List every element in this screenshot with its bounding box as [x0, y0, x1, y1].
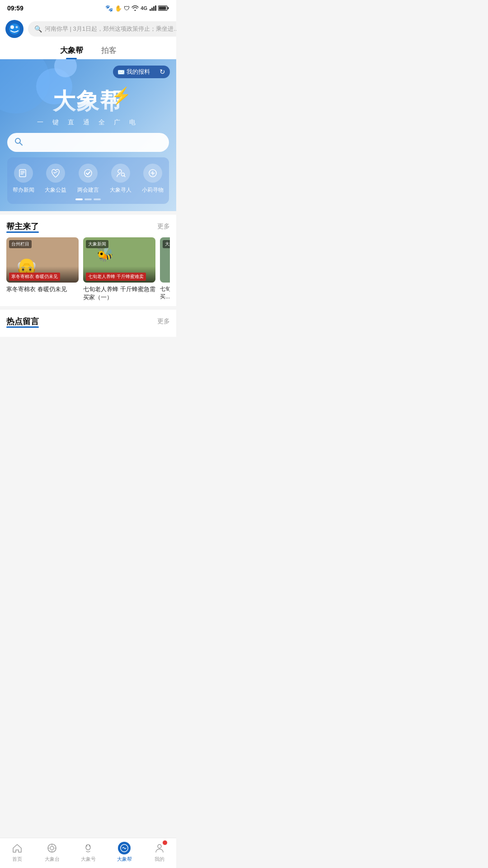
dots-indicator	[7, 198, 169, 202]
service-item-xiaoli[interactable]: 小莉寻物	[136, 164, 169, 194]
redian-section: 热点留言 更多	[0, 310, 176, 337]
dot-3	[94, 198, 101, 200]
card-caption-2: 七旬老人养蜂 千斤蜂蜜急需买家（一）	[83, 285, 155, 302]
card-watermark-3: 大象新闻	[163, 240, 170, 248]
service-item-bangban[interactable]: 帮办新闻	[7, 164, 40, 194]
xiaoli-label: 小莉寻物	[142, 186, 164, 194]
bangban-label: 帮办新闻	[13, 186, 34, 194]
card-image-3: 大象新闻	[160, 237, 170, 283]
status-time: 09:59	[7, 5, 23, 12]
card-watermark-2: 大象新闻	[86, 240, 108, 248]
hero-banner: ✉️ 我的报料 ↻ 大象帮 ⚡ 一 键 直 通 全 广 电	[0, 59, 176, 211]
svg-rect-0	[150, 9, 151, 11]
hand-icon: ✋	[115, 5, 122, 12]
svg-point-16	[84, 170, 92, 177]
card-badge-1: 寒冬寄棉衣 春暖仍未见	[6, 266, 79, 283]
bangzhu-more[interactable]: 更多	[157, 222, 170, 231]
bangban-icon	[14, 164, 33, 183]
paw-icon: 🐾	[105, 5, 113, 12]
card-watermark-1: 台州栏目	[9, 240, 32, 248]
service-item-xunren[interactable]: 大象寻人	[104, 164, 137, 194]
status-icons: 🐾 ✋ 🛡 4G	[105, 5, 169, 12]
bangzhu-section-header: 帮主来了 更多	[6, 221, 170, 232]
service-item-gongyi[interactable]: 大象公益	[40, 164, 72, 194]
hero-content: 大象帮 ⚡ 一 键 直 通 全 广 电	[7, 75, 169, 204]
gongyi-icon	[46, 164, 65, 183]
svg-line-19	[124, 176, 125, 177]
service-row: 帮办新闻 大象公益	[7, 164, 169, 194]
xiaoli-icon	[143, 164, 162, 183]
svg-line-11	[20, 143, 22, 145]
card-image-2: 大象新闻 七旬老人养蜂 千斤蜂蜜难卖	[83, 237, 155, 283]
search-bar[interactable]: 🔍 河南你早 | 3月1日起，郑州这项政策停止；乘坐进...	[28, 21, 176, 37]
svg-point-17	[118, 170, 122, 173]
refresh-icon: ↻	[160, 68, 165, 76]
xunren-icon	[111, 164, 130, 183]
svg-rect-2	[153, 6, 155, 11]
svg-point-9	[16, 26, 18, 28]
redian-section-header: 热点留言 更多	[6, 316, 170, 327]
card-caption-3: 七旬老急需买...	[160, 285, 170, 301]
hero-subtitle: 一 键 直 通 全 广 电	[21, 118, 155, 127]
signal-bars-icon	[149, 5, 156, 11]
bangzhu-card-list: 台州栏目 寒冬寄棉衣 春暖仍未见 寒冬寄棉衣 春暖仍未见 大象新闻 七旬老人养蜂…	[6, 237, 170, 302]
lianghui-label: 两会建言	[77, 186, 99, 194]
card-badge-text-1: 寒冬寄棉衣 春暖仍未见	[9, 273, 60, 281]
bangzhu-section: 帮主来了 更多 台州栏目 寒冬寄棉衣 春暖仍未见 寒冬寄棉衣 春暖仍未见 大象新…	[0, 215, 176, 306]
redian-title: 热点留言	[6, 316, 39, 327]
dot-2	[84, 198, 92, 200]
signal-4g-icon: 4G	[141, 5, 147, 11]
search-icon: 🔍	[34, 25, 42, 33]
svg-point-7	[9, 24, 20, 34]
card-badge-2: 七旬老人养蜂 千斤蜂蜜难卖	[83, 266, 155, 283]
header: 🔍 河南你早 | 3月1日起，郑州这项政策停止；乘坐进...	[0, 16, 176, 42]
svg-rect-6	[159, 7, 166, 10]
table-row[interactable]: 台州栏目 寒冬寄棉衣 春暖仍未见 寒冬寄棉衣 春暖仍未见	[6, 237, 79, 302]
hero-search-bar[interactable]	[7, 133, 169, 152]
table-row[interactable]: 大象新闻 七旬老人养蜂 千斤蜂蜜难卖 七旬老人养蜂 千斤蜂蜜急需买家（一）	[83, 237, 155, 302]
service-grid: 帮办新闻 大象公益	[7, 157, 169, 204]
svg-rect-3	[155, 5, 156, 11]
lightning-icon: ⚡	[111, 86, 131, 105]
hero-search-icon	[14, 137, 23, 147]
svg-point-8	[10, 25, 14, 29]
app-logo[interactable]	[5, 20, 23, 38]
circle-small	[54, 59, 77, 77]
lianghui-icon	[79, 164, 98, 183]
dot-1	[75, 198, 83, 200]
card-image-1: 台州栏目 寒冬寄棉衣 春暖仍未见	[6, 237, 79, 283]
tab-paikee[interactable]: 拍客	[101, 45, 117, 59]
xunren-label: 大象寻人	[110, 186, 131, 194]
tab-daxiangbang[interactable]: 大象帮	[60, 45, 83, 59]
hero-title-area: 大象帮 ⚡ 一 键 直 通 全 广 电	[7, 75, 169, 127]
redian-more[interactable]: 更多	[157, 317, 170, 326]
svg-rect-1	[151, 8, 153, 11]
my-report-label: 我的报料	[127, 68, 150, 76]
report-envelope-icon: ✉️	[117, 69, 125, 75]
card-caption-1: 寒冬寄棉衣 春暖仍未见	[6, 285, 79, 293]
status-bar: 09:59 🐾 ✋ 🛡 4G	[0, 0, 176, 16]
bangzhu-title: 帮主来了	[6, 221, 39, 232]
battery-icon	[158, 5, 169, 11]
shield-icon: 🛡	[124, 5, 130, 12]
table-row[interactable]: 大象新闻 七旬老急需买...	[160, 237, 170, 302]
wifi-icon	[131, 5, 139, 11]
search-placeholder-text: 河南你早 | 3月1日起，郑州这项政策停止；乘坐进...	[45, 25, 176, 33]
service-item-lianghui[interactable]: 两会建言	[72, 164, 104, 194]
svg-rect-12	[19, 170, 26, 177]
svg-rect-5	[168, 7, 169, 9]
gongyi-label: 大象公益	[45, 186, 66, 194]
tabs-container: 大象帮 拍客	[0, 42, 176, 59]
card-badge-text-2: 七旬老人养蜂 千斤蜂蜜难卖	[86, 273, 146, 281]
